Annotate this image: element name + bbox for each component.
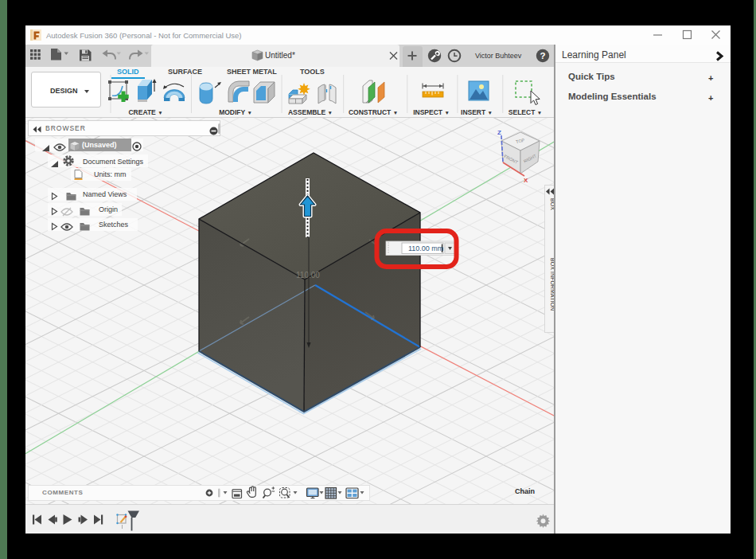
svg-text:110.00: 110.00 <box>296 271 320 280</box>
svg-text:?: ? <box>540 51 545 61</box>
svg-text:Z: Z <box>497 129 501 136</box>
svg-text:X: X <box>524 177 528 184</box>
svg-text:110.00 mm: 110.00 mm <box>408 244 443 252</box>
